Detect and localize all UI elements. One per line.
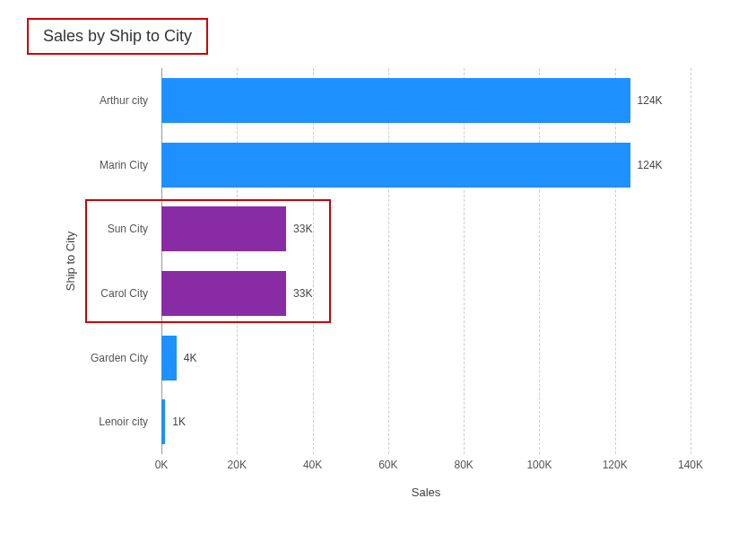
bar[interactable]: 124K: [161, 143, 630, 188]
bar-value-label: 33K: [293, 223, 312, 235]
x-tick-label: 80K: [454, 459, 473, 471]
bar[interactable]: 124K: [161, 78, 630, 123]
x-tick-label: 140K: [678, 459, 703, 471]
bar-value-label: 1K: [172, 415, 186, 428]
y-tick-label: Marin City: [100, 159, 148, 171]
y-tick-label: Lenoir city: [99, 415, 148, 428]
chart-title: Sales by Ship to City: [43, 27, 192, 46]
bar-value-label: 124K: [638, 159, 663, 171]
bar[interactable]: 33K: [161, 271, 286, 316]
gridline: [691, 68, 691, 454]
x-tick-label: 40K: [303, 459, 322, 471]
bars-container: 124K124K33K33K4K1K: [161, 68, 691, 454]
x-tick-label: 100K: [526, 459, 552, 471]
x-tick-label: 0K: [155, 459, 169, 471]
plot-area: 124K124K33K33K4K1K: [161, 68, 691, 454]
chart-title-highlight-box: Sales by Ship to City: [27, 18, 208, 55]
bar-value-label: 33K: [293, 287, 312, 300]
x-tick-label: 120K: [603, 459, 628, 471]
y-tick-label: Carol City: [100, 287, 148, 300]
bar[interactable]: 4K: [161, 336, 177, 380]
chart-area: Ship to City Arthur cityMarin CitySun Ci…: [27, 68, 726, 508]
bar-value-label: 124K: [638, 94, 663, 107]
bar-value-label: 4K: [184, 352, 197, 364]
x-tick-label: 20K: [228, 459, 247, 471]
bar[interactable]: 1K: [161, 399, 165, 444]
y-axis-labels: Arthur cityMarin CitySun CityCarol CityG…: [27, 68, 157, 454]
x-axis-labels: 0K20K40K60K80K100K120K140K: [161, 459, 691, 477]
bar[interactable]: 33K: [161, 206, 286, 251]
x-axis-title: Sales: [161, 485, 691, 499]
y-tick-label: Garden City: [91, 352, 148, 364]
y-tick-label: Sun City: [108, 223, 148, 235]
x-tick-label: 60K: [378, 459, 397, 471]
y-tick-label: Arthur city: [100, 94, 148, 107]
